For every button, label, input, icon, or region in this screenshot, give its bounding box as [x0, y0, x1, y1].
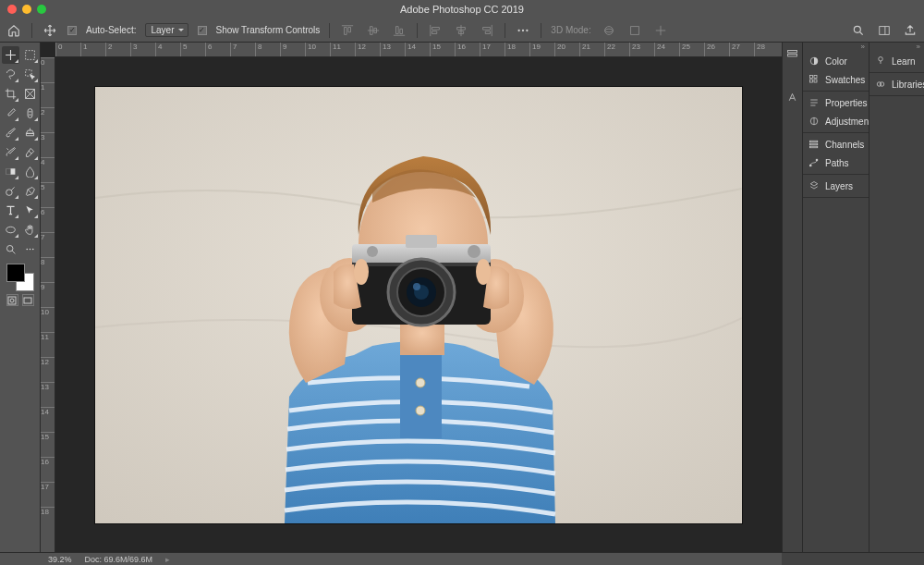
align-top-icon[interactable]	[339, 22, 356, 39]
svg-point-35	[468, 245, 480, 258]
type-tool[interactable]	[2, 202, 19, 219]
panel-layers[interactable]: Layers	[803, 177, 869, 195]
svg-point-15	[6, 227, 16, 233]
gradient-tool[interactable]	[2, 163, 19, 180]
home-icon[interactable]	[6, 22, 22, 39]
svg-point-16	[6, 245, 13, 252]
panel-channels-label: Channels	[825, 140, 864, 150]
pen-tool[interactable]	[21, 182, 39, 200]
svg-rect-22	[24, 298, 31, 303]
3d-orbit-icon[interactable]	[601, 22, 617, 39]
panel-swatches[interactable]: Swatches	[803, 70, 869, 89]
share-icon[interactable]	[902, 22, 918, 39]
panel-group-dock-icon[interactable]	[786, 48, 798, 62]
svg-point-19	[32, 249, 34, 251]
panel-properties[interactable]: Properties	[803, 93, 869, 112]
collapse-icon[interactable]: »	[803, 43, 869, 50]
svg-rect-66	[810, 80, 813, 82]
workspace-switcher-icon[interactable]	[876, 22, 893, 39]
auto-select-label: Auto-Select:	[86, 25, 136, 35]
svg-rect-33	[406, 235, 437, 248]
svg-rect-5	[630, 26, 638, 34]
svg-point-25	[416, 406, 425, 415]
fg-color-swatch[interactable]	[6, 264, 25, 282]
auto-select-checkbox[interactable]	[67, 26, 77, 35]
svg-point-74	[879, 57, 883, 62]
panel-adjustments[interactable]: Adjustments	[803, 112, 869, 130]
svg-point-18	[30, 249, 31, 251]
blur-tool[interactable]	[21, 163, 39, 180]
svg-rect-65	[814, 76, 817, 79]
collapse-icon[interactable]: »	[869, 43, 924, 50]
svg-rect-67	[814, 80, 817, 82]
svg-rect-20	[8, 297, 16, 304]
clone-stamp-tool[interactable]	[21, 124, 39, 141]
align-hcenter-icon[interactable]	[453, 22, 469, 39]
svg-rect-7	[880, 26, 890, 34]
move-tool[interactable]	[2, 46, 19, 64]
character-dock-icon[interactable]	[786, 92, 798, 105]
svg-point-4	[604, 29, 613, 32]
panel-libraries[interactable]: Libraries	[869, 75, 924, 93]
panels-column-side: » Learn Libraries	[869, 43, 924, 552]
ruler-horizontal[interactable]: 0123456789101112131415161718192021222324…	[55, 43, 782, 57]
3d-slide-icon[interactable]	[652, 22, 669, 39]
search-icon[interactable]	[850, 22, 867, 39]
align-bottom-icon[interactable]	[391, 22, 407, 39]
zoom-tool[interactable]	[2, 240, 19, 258]
eraser-tool[interactable]	[21, 143, 39, 161]
canvas-area: 0123456789101112131415161718192021222324…	[41, 43, 782, 552]
status-chevron-icon[interactable]: ▸	[165, 555, 170, 564]
fg-bg-swatch[interactable]	[6, 264, 34, 291]
svg-point-42	[476, 259, 491, 285]
brush-tool[interactable]	[2, 124, 19, 141]
panel-channels[interactable]: Channels	[803, 135, 869, 154]
panel-swatches-label: Swatches	[825, 75, 865, 85]
canvas-stage[interactable]	[55, 57, 782, 552]
document-artboard[interactable]	[95, 87, 742, 523]
document-image	[95, 87, 742, 523]
more-options-icon[interactable]	[515, 22, 531, 39]
panel-color-label: Color	[825, 56, 847, 67]
status-doc[interactable]: Doc: 69.6M/69.6M	[85, 555, 153, 564]
svg-point-17	[26, 249, 28, 251]
eyedropper-tool[interactable]	[2, 104, 19, 122]
tools-panel	[0, 43, 41, 552]
crop-tool[interactable]	[2, 85, 19, 103]
panel-paths[interactable]: Paths	[803, 154, 869, 172]
lasso-tool[interactable]	[2, 66, 19, 83]
svg-point-21	[10, 299, 14, 302]
panel-color[interactable]: Color	[803, 52, 869, 70]
quick-select-tool[interactable]	[21, 66, 39, 83]
edit-toolbar-icon[interactable]	[21, 240, 39, 258]
frame-tool[interactable]	[21, 85, 39, 103]
show-transform-checkbox[interactable]	[198, 26, 207, 35]
svg-rect-72	[810, 165, 812, 166]
svg-rect-70	[810, 143, 818, 145]
healing-tool[interactable]	[21, 104, 39, 122]
align-left-icon[interactable]	[427, 22, 444, 39]
right-dock: » Color Swatches Properties Adjustments …	[782, 43, 924, 552]
marquee-tool[interactable]	[21, 46, 39, 64]
3d-pan-icon[interactable]	[626, 22, 643, 39]
svg-point-40	[413, 283, 420, 290]
align-right-icon[interactable]	[479, 22, 495, 39]
screen-mode-icon[interactable]	[22, 294, 34, 306]
titlebar: Adobe Photoshop CC 2019	[0, 0, 924, 18]
svg-point-1	[522, 29, 524, 31]
history-brush-tool[interactable]	[2, 143, 19, 161]
quick-mask-icon[interactable]	[6, 294, 18, 306]
auto-select-target-select[interactable]: Layer	[145, 23, 188, 37]
svg-rect-13	[6, 168, 11, 175]
status-zoom[interactable]: 39.2%	[48, 555, 72, 564]
hand-tool[interactable]	[21, 221, 39, 239]
shape-tool[interactable]	[2, 221, 19, 239]
move-tool-icon[interactable]	[42, 22, 58, 39]
align-vcenter-icon[interactable]	[365, 22, 382, 39]
svg-rect-61	[788, 50, 797, 52]
svg-rect-11	[28, 109, 32, 118]
panel-learn[interactable]: Learn	[869, 52, 924, 70]
dodge-tool[interactable]	[2, 182, 19, 200]
path-select-tool[interactable]	[21, 202, 39, 219]
ruler-vertical[interactable]: 0123456789101112131415161718	[41, 57, 55, 552]
